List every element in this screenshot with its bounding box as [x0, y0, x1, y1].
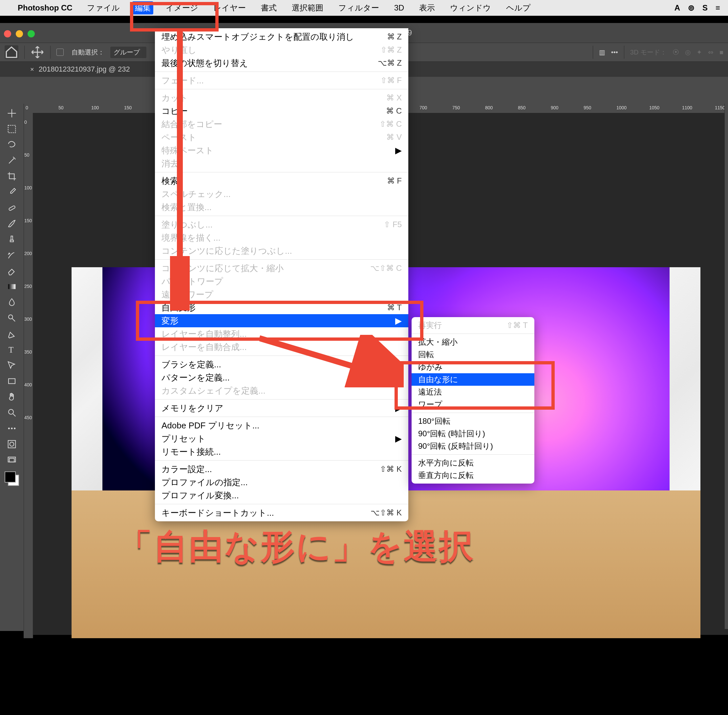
menu-item[interactable]: プロファイルの指定...	[155, 476, 408, 489]
zoom-tool[interactable]	[5, 405, 18, 420]
menu-item: パペットワープ	[155, 275, 408, 288]
menu-file[interactable]: ファイル	[84, 1, 122, 14]
path-tool[interactable]	[5, 358, 18, 373]
rectangle-tool[interactable]	[5, 374, 18, 389]
adobe-fonts-icon[interactable]: A	[675, 3, 680, 12]
marquee-tool[interactable]	[5, 121, 18, 137]
submenu-item[interactable]: 回転	[411, 348, 534, 361]
cc-icon[interactable]: ⊚	[688, 3, 695, 12]
menu-type[interactable]: 書式	[258, 1, 279, 14]
eraser-tool[interactable]	[5, 263, 18, 278]
menu-help[interactable]: ヘルプ	[503, 1, 534, 14]
menu-item[interactable]: コピー⌘ C	[155, 104, 408, 118]
lasso-tool[interactable]	[5, 137, 18, 152]
submenu-item: 再実行⇧⌘ T	[411, 319, 534, 332]
3d-orbit-icon[interactable]: ⦿	[672, 48, 679, 56]
blur-tool[interactable]	[5, 295, 18, 310]
dodge-tool[interactable]	[5, 311, 18, 326]
svg-point-7	[8, 428, 10, 429]
screen-mode-tool[interactable]	[5, 453, 18, 468]
mac-menubar: Photoshop CC ファイル 編集 イメージ レイヤー 書式 選択範囲 フ…	[0, 0, 728, 16]
ruler-vertical[interactable]: 050100150200250300350400450	[24, 113, 33, 638]
menu-item[interactable]: キーボードショートカット...⌥⇧⌘ K	[155, 506, 408, 519]
close-window-button[interactable]	[4, 30, 11, 38]
menu-item[interactable]: 埋め込みスマートオブジェクトを配置の取り消し⌘ Z	[155, 30, 408, 43]
close-tab-icon[interactable]: ×	[30, 66, 34, 73]
submenu-item[interactable]: 拡大・縮小	[411, 336, 534, 348]
auto-select-dropdown[interactable]: グループ	[110, 47, 146, 58]
submenu-item[interactable]: 90°回転 (反時計回り)	[411, 440, 534, 453]
menu-item[interactable]: 検索⌘ F	[155, 174, 408, 187]
tray-icon[interactable]: ≡	[716, 3, 720, 12]
menu-item: ペースト⌘ V	[155, 131, 408, 144]
type-tool[interactable]: T	[5, 342, 18, 357]
menu-item[interactable]: 最後の状態を切り替え⌥⌘ Z	[155, 56, 408, 69]
3d-slide-icon[interactable]: ⇔	[708, 48, 714, 56]
menu-item[interactable]: 変形▶	[155, 314, 408, 327]
edit-dropdown-menu: 埋め込みスマートオブジェクトを配置の取り消し⌘ Zやり直し⇧⌘ Z最後の状態を切…	[155, 28, 408, 521]
svg-point-8	[11, 428, 13, 429]
menu-item[interactable]: ブラシを定義...	[155, 358, 408, 371]
menu-3d[interactable]: 3D	[392, 2, 407, 14]
menu-filter[interactable]: フィルター	[336, 1, 382, 14]
menu-item: カスタムシェイプを定義...	[155, 384, 408, 397]
menu-item[interactable]: カラー設定...⇧⌘ K	[155, 463, 408, 476]
app-name[interactable]: Photoshop CC	[18, 3, 72, 12]
menu-item[interactable]: リモート接続...	[155, 445, 408, 458]
submenu-item[interactable]: 遠近法	[411, 386, 534, 398]
svg-rect-2	[8, 284, 16, 289]
separator	[624, 46, 624, 59]
menu-select[interactable]: 選択範囲	[289, 1, 326, 14]
history-brush-tool[interactable]	[5, 247, 18, 262]
svg-rect-0	[8, 125, 16, 133]
3d-camera-icon[interactable]: ■	[719, 48, 723, 56]
menu-item[interactable]: メモリをクリア▶	[155, 401, 408, 415]
magic-wand-tool[interactable]	[5, 153, 18, 168]
stamp-tool[interactable]	[5, 232, 18, 247]
menu-item[interactable]: 自由変形⌘ T	[155, 301, 408, 314]
menu-item: 特殊ペースト▶	[155, 144, 408, 157]
menu-view[interactable]: 表示	[416, 1, 437, 14]
menu-window[interactable]: ウィンドウ	[448, 1, 494, 14]
minimize-window-button[interactable]	[16, 30, 23, 38]
eyedropper-tool[interactable]	[5, 184, 18, 200]
auto-select-checkbox[interactable]	[56, 48, 64, 56]
home-button[interactable]	[5, 45, 18, 59]
submenu-item[interactable]: 水平方向に反転	[411, 457, 534, 469]
menu-item: 検索と置換...	[155, 201, 408, 214]
zoom-window-button[interactable]	[27, 30, 35, 38]
menu-image[interactable]: イメージ	[163, 1, 201, 14]
menu-item: レイヤーを自動合成...	[155, 341, 408, 354]
doc-preset-icon[interactable]: ▥	[599, 48, 605, 56]
panel-dock-edge[interactable]	[724, 104, 728, 629]
menu-item[interactable]: Adobe PDF プリセット...	[155, 419, 408, 432]
3d-roll-icon[interactable]: ◎	[685, 48, 690, 56]
traffic-lights	[4, 30, 35, 38]
crop-tool[interactable]	[5, 169, 18, 184]
more-icon[interactable]: •••	[611, 48, 618, 56]
color-swatch[interactable]	[5, 471, 19, 486]
quick-mask-tool[interactable]	[5, 437, 18, 452]
move-tool[interactable]	[5, 106, 18, 121]
hand-tool[interactable]	[5, 389, 18, 404]
menu-layer[interactable]: レイヤー	[211, 1, 249, 14]
submenu-item[interactable]: ワープ	[411, 398, 534, 411]
submenu-item[interactable]: 90°回転 (時計回り)	[411, 427, 534, 440]
brush-tool[interactable]	[5, 216, 18, 231]
move-tool-icon[interactable]	[30, 45, 44, 59]
gradient-tool[interactable]	[5, 279, 18, 294]
pen-tool[interactable]	[5, 326, 18, 341]
heal-tool[interactable]	[5, 200, 18, 215]
menu-edit[interactable]: 編集	[132, 1, 153, 14]
submenu-item[interactable]: 垂直方向に反転	[411, 469, 534, 481]
menu-item[interactable]: プロファイル変換...	[155, 489, 408, 502]
3d-pan-icon[interactable]: ✦	[696, 48, 702, 56]
submenu-item[interactable]: ゆがみ	[411, 361, 534, 373]
submenu-item[interactable]: 180°回転	[411, 415, 534, 427]
menu-item: 遠近法ワープ	[155, 288, 408, 301]
s-icon[interactable]: S	[702, 3, 708, 12]
menu-item[interactable]: パターンを定義...	[155, 371, 408, 384]
submenu-item[interactable]: 自由な形に	[411, 373, 534, 386]
menu-item[interactable]: プリセット▶	[155, 432, 408, 445]
edit-toolbar-tool[interactable]	[5, 421, 18, 436]
